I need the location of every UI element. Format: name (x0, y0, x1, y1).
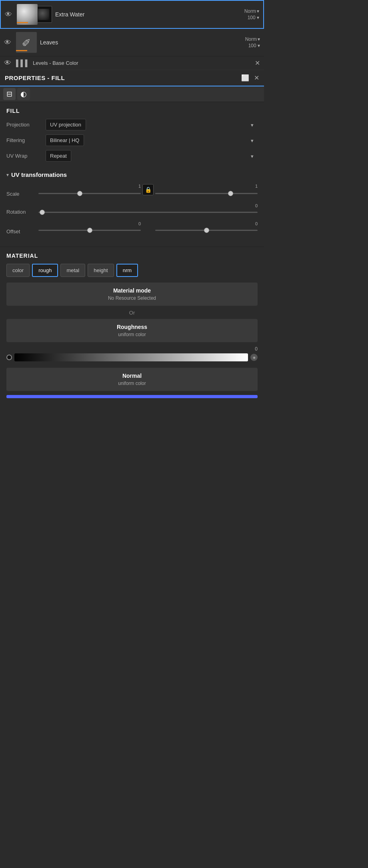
offset-value-right: 0 (155, 221, 258, 226)
layer-mode: Norm ▾ (244, 8, 259, 14)
scale-values-right: 1 (155, 184, 258, 188)
filtering-label: Filtering (6, 137, 42, 143)
roughness-subtitle: uniform color (13, 332, 251, 337)
mat-btn-nrm[interactable]: nrm (116, 264, 138, 277)
or-divider: Or (6, 310, 258, 316)
blue-bar (6, 395, 258, 398)
uv-header[interactable]: ▾ UV transformations (6, 171, 258, 178)
rotation-label: Rotation (6, 209, 35, 215)
roughness-right-thumb[interactable]: ◉ (250, 354, 258, 361)
tab-fill-settings[interactable]: ⊟ (3, 88, 16, 100)
layer-right-extra-water: Norm ▾ 100 ▾ (244, 8, 259, 20)
roughness-title: Roughness (13, 324, 251, 330)
mat-btn-rough[interactable]: rough (32, 264, 58, 277)
normal-subtitle: uniform color (13, 381, 251, 386)
fill-section-title: FILL (6, 108, 258, 114)
scale-values-left: 1 (38, 184, 141, 188)
filtering-row: Filtering Bilinear | HQ Nearest Bilinear (6, 134, 258, 146)
uv-title: UV transformations (11, 171, 67, 178)
material-section-title: MATERIAL (6, 253, 258, 259)
uvwrap-select-wrapper: Repeat Mirror Clamp (46, 150, 258, 162)
lock-button[interactable]: 🔒 (142, 184, 154, 195)
material-section: MATERIAL color rough metal height nrm Ma… (0, 247, 264, 404)
filtering-select[interactable]: Bilinear | HQ Nearest Bilinear (46, 134, 84, 146)
tab-bar: ⊟ ◐ (0, 86, 264, 102)
chevron-down-icon-opacity[interactable]: ▾ (257, 15, 259, 20)
rotation-slider[interactable] (38, 212, 258, 213)
projection-label: Projection (6, 122, 42, 128)
offset-group: Offset 0 0 (6, 221, 258, 235)
roughness-value: 0 (6, 346, 258, 352)
chevron-down-icon-leaves-opacity[interactable]: ▾ (258, 43, 260, 48)
uv-transformations-section: ▾ UV transformations Scale 1 🔒 (0, 171, 264, 247)
normal-card[interactable]: Normal uniform color (6, 368, 258, 391)
orange-bar-leaves (16, 50, 27, 51)
properties-panel: PROPERTIES - FILL ⬜ ✕ ⊟ ◐ FILL Projectio… (0, 70, 264, 404)
projection-select-wrapper: UV projection Triplanar Planar (46, 119, 258, 130)
normal-title: Normal (13, 373, 251, 379)
roughness-gradient-track (14, 353, 248, 361)
layer-thumb-container (17, 4, 52, 25)
offset-slider-left[interactable] (38, 230, 141, 231)
layer-extra-water[interactable]: 👁 Extra Water Norm ▾ 100 ▾ (0, 0, 264, 29)
layer-mode-leaves: Norm ▾ (245, 36, 260, 42)
uvwrap-label: UV Wrap (6, 153, 42, 159)
offset-slider-right[interactable] (155, 230, 258, 231)
scale-dual-slider: 1 🔒 1 (38, 184, 258, 195)
layer-name-leaves: Leaves (40, 39, 242, 46)
chevron-down-icon[interactable]: ▾ (257, 8, 259, 14)
projection-row: Projection UV projection Triplanar Plana… (6, 119, 258, 130)
mat-btn-color[interactable]: color (6, 264, 30, 277)
eye-icon-levels[interactable]: 👁 (4, 59, 11, 67)
material-mode-title: Material mode (13, 287, 251, 294)
rotation-value: 0 (38, 203, 258, 208)
levels-label: Levels - Base Color (33, 60, 252, 66)
mat-btn-height[interactable]: height (88, 264, 114, 277)
layer-thumb-secondary (35, 6, 52, 23)
properties-title: PROPERTIES - FILL (5, 74, 65, 81)
bars-chart-icon: ▌▌▌ (16, 60, 30, 67)
orange-bar (17, 22, 28, 23)
offset-value-left: 0 (38, 221, 141, 226)
filtering-select-wrapper: Bilinear | HQ Nearest Bilinear (46, 134, 258, 146)
tab-moon[interactable]: ◐ (17, 88, 30, 100)
roughness-card[interactable]: Roughness uniform color (6, 319, 258, 342)
offset-label: Offset (6, 229, 35, 235)
scale-label: Scale (6, 191, 35, 197)
fill-section: FILL Projection UV projection Triplanar … (0, 102, 264, 171)
scale-group: Scale 1 🔒 1 (6, 184, 258, 197)
material-mode-subtitle: No Resource Selected (13, 295, 251, 301)
eye-icon-extra-water[interactable]: 👁 (5, 10, 12, 19)
offset-dual-slider: 0 0 (38, 221, 258, 232)
roughness-slider-row: ◉ (6, 353, 258, 361)
layer-thumb-sphere (17, 4, 38, 25)
scale-slider-right[interactable] (155, 193, 258, 194)
material-buttons: color rough metal height nrm (6, 264, 258, 277)
uvwrap-row: UV Wrap Repeat Mirror Clamp (6, 150, 258, 162)
uvwrap-select[interactable]: Repeat Mirror Clamp (46, 150, 71, 162)
levels-bar: 👁 ▌▌▌ Levels - Base Color ✕ (0, 56, 264, 70)
properties-icons: ⬜ ✕ (241, 74, 259, 82)
roughness-left-thumb (6, 355, 12, 360)
rotation-group: Rotation 0 (6, 203, 258, 215)
projection-select[interactable]: UV projection Triplanar Planar (46, 119, 86, 130)
layer-thumb-container-leaves: ✏ (16, 32, 37, 53)
mat-btn-metal[interactable]: metal (60, 264, 85, 277)
close-panel-icon[interactable]: ✕ (254, 74, 259, 82)
layer-opacity-leaves: 100 ▾ (248, 43, 260, 48)
scale-slider-left[interactable] (38, 193, 141, 194)
eye-icon-leaves[interactable]: 👁 (4, 38, 11, 47)
layer-opacity: 100 ▾ (248, 15, 259, 20)
material-mode-card[interactable]: Material mode No Resource Selected (6, 283, 258, 306)
collapse-icon: ▾ (6, 172, 9, 178)
layer-name-extra-water: Extra Water (55, 11, 241, 18)
layer-leaves[interactable]: 👁 ✏ Leaves Norm ▾ 100 ▾ (0, 29, 264, 56)
close-levels-button[interactable]: ✕ (255, 59, 260, 67)
layer-thumb-brush: ✏ (16, 32, 37, 53)
properties-header: PROPERTIES - FILL ⬜ ✕ (0, 70, 264, 86)
roughness-slider-section: 0 ◉ (6, 346, 258, 361)
minimize-icon[interactable]: ⬜ (241, 74, 249, 82)
layer-right-leaves: Norm ▾ 100 ▾ (245, 36, 260, 48)
chevron-down-icon-leaves[interactable]: ▾ (258, 36, 260, 42)
